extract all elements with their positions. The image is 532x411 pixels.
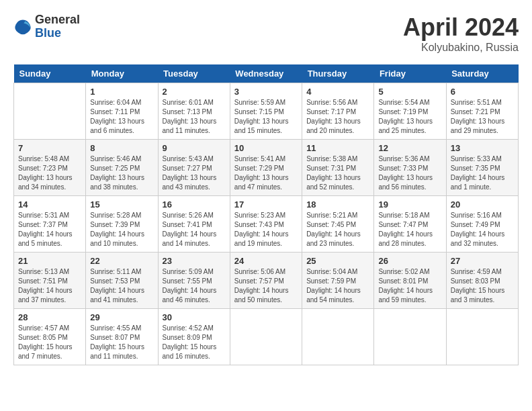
day-info: Sunrise: 5:56 AM Sunset: 7:17 PM Dayligh… (306, 98, 369, 136)
day-cell: 7Sunrise: 5:48 AM Sunset: 7:23 PM Daylig… (14, 140, 86, 196)
day-number: 20 (451, 199, 514, 210)
title-block: April 2024 Kolyubakino, Russia (403, 13, 519, 54)
day-cell: 13Sunrise: 5:33 AM Sunset: 7:35 PM Dayli… (446, 140, 518, 196)
day-number: 11 (306, 143, 369, 153)
day-cell: 11Sunrise: 5:38 AM Sunset: 7:31 PM Dayli… (302, 140, 374, 196)
day-info: Sunrise: 5:28 AM Sunset: 7:39 PM Dayligh… (90, 211, 153, 248)
day-info: Sunrise: 4:52 AM Sunset: 8:09 PM Dayligh… (163, 324, 226, 361)
day-number: 15 (90, 199, 153, 210)
day-info: Sunrise: 5:54 AM Sunset: 7:19 PM Dayligh… (378, 98, 441, 136)
day-number: 5 (378, 87, 441, 97)
day-cell: 9Sunrise: 5:43 AM Sunset: 7:27 PM Daylig… (158, 140, 230, 196)
day-number: 13 (451, 143, 514, 153)
day-number: 14 (18, 199, 81, 210)
logo-blue: Blue (35, 27, 80, 40)
day-info: Sunrise: 5:36 AM Sunset: 7:33 PM Dayligh… (378, 154, 441, 192)
day-number: 29 (90, 312, 153, 322)
day-number: 18 (306, 199, 369, 210)
day-info: Sunrise: 5:33 AM Sunset: 7:35 PM Dayligh… (451, 154, 514, 192)
day-cell: 16Sunrise: 5:26 AM Sunset: 7:41 PM Dayli… (158, 196, 230, 253)
day-number: 6 (451, 87, 514, 97)
week-row-1: 1Sunrise: 6:04 AM Sunset: 7:11 PM Daylig… (14, 83, 519, 140)
day-cell: 29Sunrise: 4:55 AM Sunset: 8:07 PM Dayli… (86, 309, 158, 365)
day-number: 10 (234, 143, 298, 153)
title-month: April 2024 (403, 13, 519, 42)
day-number: 25 (306, 256, 369, 266)
day-info: Sunrise: 5:09 AM Sunset: 7:55 PM Dayligh… (163, 267, 226, 305)
day-info: Sunrise: 5:43 AM Sunset: 7:27 PM Dayligh… (163, 154, 226, 192)
day-cell: 20Sunrise: 5:16 AM Sunset: 7:49 PM Dayli… (446, 196, 518, 253)
weekday-header-row: SundayMondayTuesdayWednesdayThursdayFrid… (14, 64, 519, 83)
logo: General Blue (13, 13, 80, 40)
day-cell: 3Sunrise: 5:59 AM Sunset: 7:15 PM Daylig… (230, 83, 302, 140)
day-info: Sunrise: 5:31 AM Sunset: 7:37 PM Dayligh… (18, 211, 81, 248)
week-row-5: 28Sunrise: 4:57 AM Sunset: 8:05 PM Dayli… (14, 309, 519, 365)
day-info: Sunrise: 5:41 AM Sunset: 7:29 PM Dayligh… (234, 154, 298, 192)
day-number: 26 (378, 256, 441, 266)
week-row-2: 7Sunrise: 5:48 AM Sunset: 7:23 PM Daylig… (14, 140, 519, 196)
weekday-header-thursday: Thursday (302, 64, 374, 83)
day-number: 12 (378, 143, 441, 153)
logo-text: General Blue (35, 13, 80, 40)
day-cell: 25Sunrise: 5:04 AM Sunset: 7:59 PM Dayli… (302, 253, 374, 309)
day-number: 30 (163, 312, 226, 322)
day-cell: 1Sunrise: 6:04 AM Sunset: 7:11 PM Daylig… (86, 83, 158, 140)
day-number: 2 (163, 87, 226, 97)
logo-general: General (35, 13, 80, 27)
weekday-header-monday: Monday (86, 64, 158, 83)
title-location: Kolyubakino, Russia (403, 42, 519, 54)
day-number: 16 (163, 199, 226, 210)
day-cell: 30Sunrise: 4:52 AM Sunset: 8:09 PM Dayli… (158, 309, 230, 365)
day-number: 1 (90, 87, 153, 97)
day-cell: 15Sunrise: 5:28 AM Sunset: 7:39 PM Dayli… (86, 196, 158, 253)
day-info: Sunrise: 5:16 AM Sunset: 7:49 PM Dayligh… (451, 211, 514, 248)
day-number: 28 (18, 312, 81, 322)
day-number: 8 (90, 143, 153, 153)
day-cell: 26Sunrise: 5:02 AM Sunset: 8:01 PM Dayli… (374, 253, 446, 309)
day-cell: 18Sunrise: 5:21 AM Sunset: 7:45 PM Dayli… (302, 196, 374, 253)
day-info: Sunrise: 5:48 AM Sunset: 7:23 PM Dayligh… (18, 154, 81, 192)
day-info: Sunrise: 5:18 AM Sunset: 7:47 PM Dayligh… (378, 211, 441, 248)
day-number: 17 (234, 199, 298, 210)
day-number: 27 (451, 256, 514, 266)
day-info: Sunrise: 5:11 AM Sunset: 7:53 PM Dayligh… (90, 267, 153, 305)
day-info: Sunrise: 5:51 AM Sunset: 7:21 PM Dayligh… (451, 98, 514, 136)
day-cell (14, 83, 86, 140)
day-info: Sunrise: 5:04 AM Sunset: 7:59 PM Dayligh… (306, 267, 369, 305)
page-header: General Blue April 2024 Kolyubakino, Rus… (13, 13, 519, 54)
day-number: 7 (18, 143, 81, 153)
day-cell: 22Sunrise: 5:11 AM Sunset: 7:53 PM Dayli… (86, 253, 158, 309)
day-cell (230, 309, 302, 365)
day-cell: 5Sunrise: 5:54 AM Sunset: 7:19 PM Daylig… (374, 83, 446, 140)
day-info: Sunrise: 4:57 AM Sunset: 8:05 PM Dayligh… (18, 324, 81, 361)
day-cell: 17Sunrise: 5:23 AM Sunset: 7:43 PM Dayli… (230, 196, 302, 253)
week-row-4: 21Sunrise: 5:13 AM Sunset: 7:51 PM Dayli… (14, 253, 519, 309)
day-number: 4 (306, 87, 369, 97)
day-info: Sunrise: 5:13 AM Sunset: 7:51 PM Dayligh… (18, 267, 81, 305)
weekday-header-wednesday: Wednesday (230, 64, 302, 83)
day-number: 3 (234, 87, 298, 97)
day-info: Sunrise: 5:21 AM Sunset: 7:45 PM Dayligh… (306, 211, 369, 248)
week-row-3: 14Sunrise: 5:31 AM Sunset: 7:37 PM Dayli… (14, 196, 519, 253)
day-cell: 14Sunrise: 5:31 AM Sunset: 7:37 PM Dayli… (14, 196, 86, 253)
day-cell: 24Sunrise: 5:06 AM Sunset: 7:57 PM Dayli… (230, 253, 302, 309)
day-cell: 19Sunrise: 5:18 AM Sunset: 7:47 PM Dayli… (374, 196, 446, 253)
weekday-header-saturday: Saturday (446, 64, 518, 83)
day-cell: 12Sunrise: 5:36 AM Sunset: 7:33 PM Dayli… (374, 140, 446, 196)
weekday-header-sunday: Sunday (14, 64, 86, 83)
day-cell: 21Sunrise: 5:13 AM Sunset: 7:51 PM Dayli… (14, 253, 86, 309)
calendar-table: SundayMondayTuesdayWednesdayThursdayFrid… (13, 64, 519, 365)
day-number: 24 (234, 256, 298, 266)
day-cell: 28Sunrise: 4:57 AM Sunset: 8:05 PM Dayli… (14, 309, 86, 365)
day-cell (374, 309, 446, 365)
day-info: Sunrise: 5:06 AM Sunset: 7:57 PM Dayligh… (234, 267, 298, 305)
day-info: Sunrise: 5:02 AM Sunset: 8:01 PM Dayligh… (378, 267, 441, 305)
day-info: Sunrise: 4:59 AM Sunset: 8:03 PM Dayligh… (451, 267, 514, 305)
day-cell: 2Sunrise: 6:01 AM Sunset: 7:13 PM Daylig… (158, 83, 230, 140)
day-cell (302, 309, 374, 365)
day-info: Sunrise: 5:46 AM Sunset: 7:25 PM Dayligh… (90, 154, 153, 192)
day-cell: 23Sunrise: 5:09 AM Sunset: 7:55 PM Dayli… (158, 253, 230, 309)
day-number: 23 (163, 256, 226, 266)
day-cell: 4Sunrise: 5:56 AM Sunset: 7:17 PM Daylig… (302, 83, 374, 140)
day-number: 21 (18, 256, 81, 266)
